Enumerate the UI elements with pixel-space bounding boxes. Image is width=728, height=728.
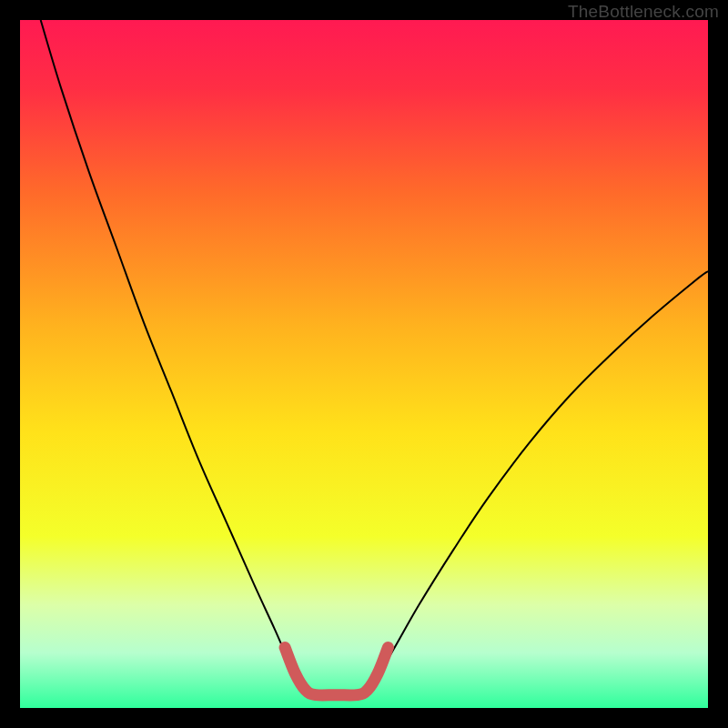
watermark-label: TheBottleneck.com — [568, 2, 719, 22]
chart-svg — [20, 20, 708, 708]
chart-frame: TheBottleneck.com — [0, 0, 728, 728]
chart-plot-area — [20, 20, 708, 708]
chart-background — [20, 20, 708, 708]
